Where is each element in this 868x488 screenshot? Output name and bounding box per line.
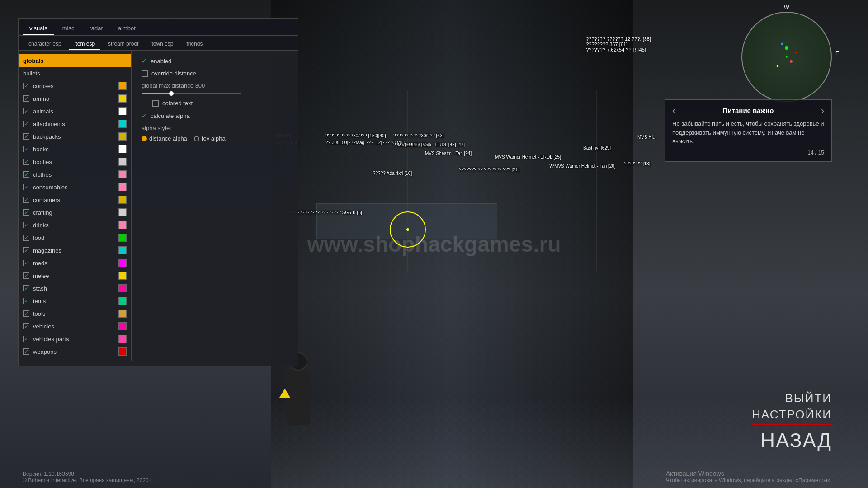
checkbox-stash[interactable] bbox=[23, 285, 29, 291]
list-item-stash[interactable]: stash bbox=[19, 282, 131, 295]
color-melee[interactable] bbox=[118, 272, 127, 280]
color-tents[interactable] bbox=[118, 297, 127, 305]
tab-aimbot[interactable]: aimbot bbox=[112, 22, 142, 35]
stat-3: ??????? 7,62x54 ?? R [45] bbox=[586, 47, 651, 52]
tab-town-esp[interactable]: town esp bbox=[146, 38, 179, 50]
color-tools[interactable] bbox=[118, 310, 127, 318]
color-crafting[interactable] bbox=[118, 208, 127, 216]
tab-character-esp[interactable]: character esp bbox=[23, 38, 67, 50]
color-vehicles[interactable] bbox=[118, 322, 127, 330]
color-consumables[interactable] bbox=[118, 183, 127, 191]
info-next-arrow[interactable]: › bbox=[821, 105, 824, 116]
list-item-containers[interactable]: containers bbox=[19, 193, 131, 206]
list-item-books[interactable]: books bbox=[19, 143, 131, 155]
checkbox-tools[interactable] bbox=[23, 310, 29, 317]
list-item-meds[interactable]: meds bbox=[19, 257, 131, 269]
tab-radar[interactable]: radar bbox=[83, 22, 109, 35]
checkbox-drinks[interactable] bbox=[23, 222, 29, 228]
menu-back-button[interactable]: НАЗАД bbox=[752, 429, 832, 452]
checkbox-attachments[interactable] bbox=[23, 121, 29, 127]
checkbox-crafting[interactable] bbox=[23, 209, 29, 216]
color-magazines[interactable] bbox=[118, 246, 127, 254]
checkbox-backpacks[interactable] bbox=[23, 133, 29, 140]
checkbox-ammo[interactable] bbox=[23, 95, 29, 102]
yellow-marker bbox=[279, 389, 290, 398]
list-item-clothes[interactable]: clothes bbox=[19, 168, 131, 181]
tab-item-esp[interactable]: item esp bbox=[69, 38, 100, 50]
list-item-consumables[interactable]: consumables bbox=[19, 181, 131, 193]
list-item-drinks[interactable]: drinks bbox=[19, 219, 131, 231]
checkbox-melee[interactable] bbox=[23, 272, 29, 279]
list-item-tents[interactable]: tents bbox=[19, 295, 131, 307]
version-text: Версия: 1.10.153598 bbox=[23, 471, 153, 477]
checkbox-vehicles[interactable] bbox=[23, 323, 29, 329]
checkbox-containers[interactable] bbox=[23, 197, 29, 203]
checkbox-weapons[interactable] bbox=[23, 348, 29, 355]
slider-track[interactable] bbox=[142, 93, 241, 94]
checkbox-tents[interactable] bbox=[23, 298, 29, 304]
item-label-bullets: bullets bbox=[23, 70, 127, 77]
radio-fov-alpha[interactable]: fov alpha bbox=[194, 135, 226, 142]
list-item-corpses[interactable]: corpses bbox=[19, 80, 131, 92]
checkbox-override-distance[interactable] bbox=[142, 70, 148, 77]
copyright-text: © Bohemia Interactive. Все права защищен… bbox=[23, 477, 153, 483]
tab-friends[interactable]: friends bbox=[181, 38, 208, 50]
color-vehicles-parts[interactable] bbox=[118, 335, 127, 343]
menu-settings-button[interactable]: НАСТРОЙКИ bbox=[752, 408, 832, 422]
tab-misc[interactable]: misc bbox=[56, 22, 81, 35]
color-ammo[interactable] bbox=[118, 94, 127, 103]
menu-exit-button[interactable]: ВЫЙТИ bbox=[752, 391, 832, 405]
list-item-tools[interactable]: tools bbox=[19, 307, 131, 320]
color-booties[interactable] bbox=[118, 158, 127, 166]
list-item-booties[interactable]: booties bbox=[19, 155, 131, 168]
color-backpacks[interactable] bbox=[118, 132, 127, 141]
list-item-animals[interactable]: animals bbox=[19, 105, 131, 117]
color-clothes[interactable] bbox=[118, 170, 127, 178]
label-max-distance: global max distance 300 bbox=[142, 82, 289, 89]
item-label-melee: melee bbox=[33, 272, 117, 279]
checkbox-books[interactable] bbox=[23, 146, 29, 152]
color-corpses[interactable] bbox=[118, 82, 127, 90]
color-stash[interactable] bbox=[118, 284, 127, 292]
list-item-bullets[interactable]: bullets bbox=[19, 67, 131, 80]
color-drinks[interactable] bbox=[118, 221, 127, 229]
tab-stream-proof[interactable]: stream proof bbox=[103, 38, 144, 50]
checkbox-vehicles-parts[interactable] bbox=[23, 336, 29, 342]
info-prev-arrow[interactable]: ‹ bbox=[672, 105, 675, 116]
list-item-vehicles[interactable]: vehicles bbox=[19, 320, 131, 333]
color-weapons[interactable] bbox=[118, 347, 127, 356]
top-tabs: visuals misc radar aimbot bbox=[19, 19, 298, 36]
radio-distance-alpha[interactable]: distance alpha bbox=[142, 135, 187, 142]
esp-mvsHi: MVS Hi... bbox=[637, 135, 656, 140]
list-item-backpacks[interactable]: backpacks bbox=[19, 130, 131, 143]
color-containers[interactable] bbox=[118, 196, 127, 204]
checkbox-corpses[interactable] bbox=[23, 83, 29, 89]
color-attachments[interactable] bbox=[118, 120, 127, 128]
color-books[interactable] bbox=[118, 145, 127, 153]
checkbox-colored-text[interactable] bbox=[152, 100, 159, 107]
list-item-crafting[interactable]: crafting bbox=[19, 206, 131, 219]
list-item-food[interactable]: food bbox=[19, 231, 131, 244]
checkbox-animals[interactable] bbox=[23, 108, 29, 114]
list-item-weapons[interactable]: weapons bbox=[19, 345, 131, 358]
tab-visuals[interactable]: visuals bbox=[23, 22, 54, 35]
list-item-vehicles-parts[interactable]: vehicles parts bbox=[19, 333, 131, 345]
list-item-globals[interactable]: globals bbox=[19, 54, 131, 67]
color-animals[interactable] bbox=[118, 107, 127, 115]
list-item-attachments[interactable]: attachments bbox=[19, 117, 131, 130]
list-item-magazines[interactable]: magazines bbox=[19, 244, 131, 257]
list-item-ammo[interactable]: ammo bbox=[19, 92, 131, 105]
slider-thumb[interactable] bbox=[169, 91, 174, 96]
page-counter: 14 / 15 bbox=[672, 150, 824, 156]
item-label-weapons: weapons bbox=[33, 348, 117, 355]
checkbox-magazines[interactable] bbox=[23, 247, 29, 253]
item-label-attachments: attachments bbox=[33, 121, 117, 127]
list-item-melee[interactable]: melee bbox=[19, 269, 131, 282]
checkbox-clothes[interactable] bbox=[23, 171, 29, 178]
checkbox-meds[interactable] bbox=[23, 260, 29, 266]
checkbox-consumables[interactable] bbox=[23, 184, 29, 190]
checkbox-booties[interactable] bbox=[23, 159, 29, 165]
color-food[interactable] bbox=[118, 234, 127, 242]
checkbox-food[interactable] bbox=[23, 235, 29, 241]
color-meds[interactable] bbox=[118, 259, 127, 267]
